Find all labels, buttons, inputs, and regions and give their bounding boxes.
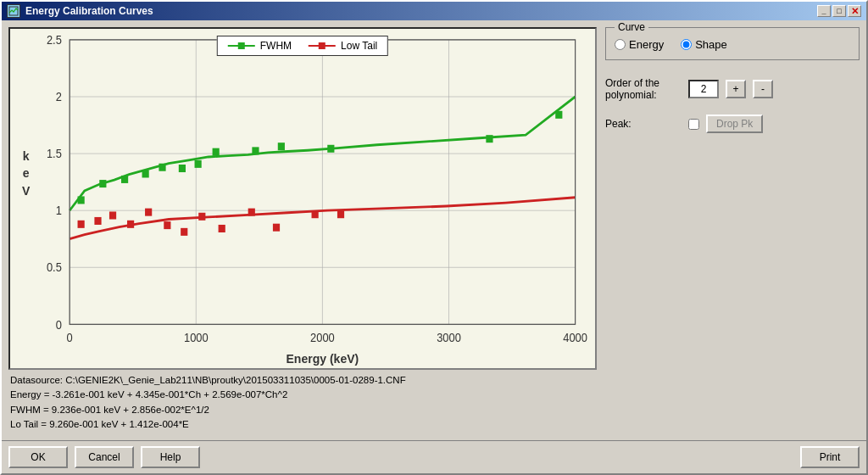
bottom-bar: OK Cancel Help Print [2,440,866,473]
datasource-line2: Energy = -3.261e-001 keV + 4.345e-001*Ch… [10,388,595,402]
lowtail-legend-item: Low Tail [309,40,377,52]
minimize-button[interactable]: _ [817,5,831,17]
curve-group-label: Curve [615,21,648,33]
window-title: Energy Calibration Curves [25,5,153,17]
shape-radio[interactable] [681,39,692,50]
svg-rect-30 [121,176,128,183]
peak-row: Peak: Drop Pk [605,115,860,133]
polynomial-value-input[interactable] [688,80,719,98]
cancel-button[interactable]: Cancel [75,446,134,468]
fwhm-legend-label: FWHM [260,40,292,52]
svg-text:1.5: 1.5 [47,148,62,161]
svg-rect-29 [99,180,106,187]
svg-rect-49 [219,225,225,232]
print-button[interactable]: Print [800,446,860,468]
svg-text:3000: 3000 [437,331,461,344]
fwhm-legend-item: FWHM [228,40,292,52]
left-panel: FWHM Low Tail [8,27,597,433]
ok-button[interactable]: OK [8,446,68,468]
lowtail-legend-label: Low Tail [341,40,377,52]
svg-text:2: 2 [56,91,62,104]
svg-rect-47 [181,228,187,236]
svg-text:0.5: 0.5 [47,261,62,275]
right-bottom: Order of the polynomial: + - Peak: Drop … [605,77,860,133]
energy-radio[interactable] [615,39,626,50]
chart-svg: 0 0.5 1 1.5 2 2.5 0 1000 2000 3000 4000 [10,29,595,368]
svg-rect-32 [159,164,165,171]
help-button[interactable]: Help [141,446,200,468]
svg-rect-41 [78,221,85,228]
svg-rect-36 [252,147,259,154]
shape-radio-label: Shape [695,38,727,51]
chart-area: FWHM Low Tail [8,27,597,370]
energy-radio-label: Energy [629,38,664,51]
polynomial-label: Order of the polynomial: [605,77,682,101]
svg-rect-34 [195,160,202,168]
svg-rect-45 [145,209,152,216]
datasource-line3: FWHM = 9.236e-001 keV + 2.856e-002*E^1/2 [10,403,595,417]
svg-rect-50 [248,209,255,216]
peak-checkbox[interactable] [688,119,699,130]
svg-rect-28 [78,196,85,204]
drop-pk-button[interactable]: Drop Pk [706,115,763,133]
svg-rect-39 [486,135,492,142]
polynomial-minus-button[interactable]: - [753,80,773,98]
svg-rect-48 [198,213,205,221]
svg-rect-37 [278,142,285,150]
svg-rect-33 [179,165,186,172]
svg-text:1000: 1000 [184,331,209,344]
curve-group: Curve Energy Shape [605,27,860,60]
datasource-line1: Datasource: C:\GENIE2K\_Genie_Lab211\NB\… [10,373,595,388]
svg-rect-42 [94,217,101,225]
svg-text:Energy (keV): Energy (keV) [287,351,359,366]
maximize-button[interactable]: □ [832,5,846,17]
svg-rect-51 [273,224,280,232]
title-bar: Energy Calibration Curves _ □ ✕ [2,2,866,20]
svg-rect-31 [142,170,149,177]
title-buttons: _ □ ✕ [817,5,861,17]
svg-text:0: 0 [67,331,73,344]
svg-rect-35 [213,148,220,156]
window-icon [7,4,20,18]
right-panel: Curve Energy Shape [605,27,860,433]
svg-rect-38 [327,145,334,153]
svg-text:k: k [23,148,31,163]
svg-text:1: 1 [56,204,62,218]
polynomial-row: Order of the polynomial: + - [605,77,860,101]
datasource-line4: Lo Tail = 9.260e-001 keV + 1.412e-004*E [10,417,595,432]
svg-rect-53 [337,210,344,218]
svg-text:e: e [23,166,30,181]
main-window: Energy Calibration Curves _ □ ✕ FWH [0,0,868,475]
polynomial-section: Order of the polynomial: + - [605,77,860,101]
svg-rect-46 [164,221,170,229]
content-area: FWHM Low Tail [2,20,866,440]
close-button[interactable]: ✕ [848,5,861,17]
energy-radio-item[interactable]: Energy [615,38,664,51]
svg-rect-44 [127,221,134,228]
svg-text:2.5: 2.5 [47,33,62,47]
svg-text:2000: 2000 [310,331,335,344]
svg-text:0: 0 [56,318,62,332]
svg-rect-40 [555,111,562,119]
svg-text:4000: 4000 [563,331,587,344]
peak-label: Peak: [605,118,682,130]
curve-radio-row: Energy Shape [615,38,850,51]
svg-rect-43 [109,211,116,219]
polynomial-plus-button[interactable]: + [726,80,746,98]
shape-radio-item[interactable]: Shape [681,38,727,51]
chart-legend: FWHM Low Tail [217,36,388,56]
svg-rect-52 [312,210,319,218]
svg-text:V: V [22,184,30,198]
datasource-info: Datasource: C:\GENIE2K\_Genie_Lab211\NB\… [8,370,597,433]
